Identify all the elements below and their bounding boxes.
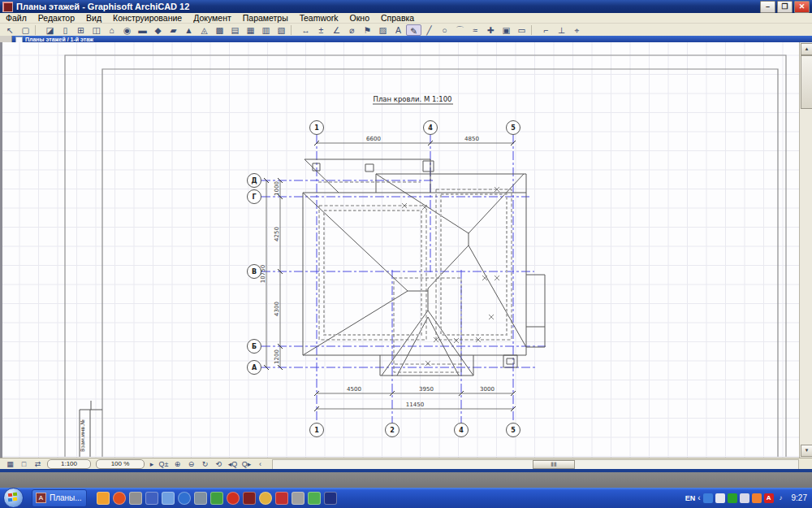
menu-teamwork[interactable]: Teamwork	[294, 13, 344, 23]
zone-tool-icon[interactable]: ◬	[197, 24, 212, 36]
roof-tool-icon[interactable]: ◆	[150, 24, 166, 36]
tray-icon-1[interactable]	[703, 493, 713, 503]
line-tool-icon[interactable]: ╱	[421, 24, 437, 36]
zoom-menu-icon[interactable]: Q±	[157, 459, 171, 469]
dimension-tool-icon[interactable]: ↔	[298, 24, 313, 36]
vertical-scrollbar[interactable]: ▲ ▼	[799, 42, 812, 458]
volume-icon[interactable]: ♪	[776, 493, 786, 503]
zoom-in-icon[interactable]: ⊕	[171, 459, 184, 469]
horizontal-scrollbar[interactable]: ▮▮	[272, 459, 799, 470]
arc-tool-icon[interactable]: ⌒	[452, 24, 468, 36]
circle-tool-icon[interactable]: ○	[437, 24, 452, 36]
menu-help[interactable]: Справка	[375, 13, 420, 23]
drawing-canvas[interactable]	[2, 42, 800, 458]
maximize-button[interactable]: ❐	[777, 1, 793, 13]
door-tool-icon[interactable]: ▯	[58, 24, 73, 36]
hotspot-tool-icon[interactable]: ✚	[483, 24, 499, 36]
object-tool-icon[interactable]: ⌂	[104, 24, 119, 36]
desktop[interactable]	[0, 472, 812, 488]
quicklaunch-icon-1[interactable]	[97, 492, 110, 505]
tray-icon-5[interactable]	[752, 493, 762, 503]
text-tool-icon[interactable]: A	[391, 24, 406, 36]
lamp-tool-icon[interactable]: ◉	[119, 24, 135, 36]
tray-icon-3[interactable]	[728, 493, 737, 503]
wall-tool-icon[interactable]: ◪	[42, 24, 58, 36]
stair-tool-icon[interactable]: ▤	[227, 24, 243, 36]
menu-file[interactable]: Файл	[0, 13, 32, 23]
menu-view[interactable]: Вид	[80, 13, 107, 23]
section-tool-icon[interactable]: ⌐	[538, 24, 554, 36]
menu-design[interactable]: Конструирование	[107, 13, 188, 23]
fill-tool-icon[interactable]: ▨	[375, 24, 391, 36]
taskbar-task-archicad[interactable]: A Планы...	[32, 489, 87, 507]
tray-icon-4[interactable]	[740, 493, 749, 503]
quicklaunch-icon-5[interactable]	[162, 492, 175, 505]
slab-tool-icon[interactable]: ▬	[135, 24, 150, 36]
minimize-button[interactable]: –	[760, 1, 775, 13]
quicklaunch-icon-14[interactable]	[308, 492, 321, 505]
menu-options[interactable]: Параметры	[237, 13, 294, 23]
curtain-wall-tool-icon[interactable]: ▩	[212, 24, 227, 36]
next-zoom-icon[interactable]: Q▸	[240, 459, 253, 469]
quicklaunch-icon-13[interactable]	[292, 492, 304, 505]
quicklaunch-icon-9[interactable]	[227, 492, 240, 505]
drawing-tool-icon[interactable]: ▭	[514, 24, 529, 36]
tray-collapse-icon[interactable]: ‹	[698, 493, 700, 502]
column-tool-icon[interactable]: ▥	[258, 24, 274, 36]
close-button[interactable]: ✕	[794, 1, 810, 13]
arrow-tool-icon[interactable]: ↖	[2, 24, 18, 36]
quicklaunch-icon-2[interactable]	[113, 492, 126, 505]
main-toolbar: ↖ ▢ ◪ ▯ ⊞ ◫ ⌂ ◉ ▬ ◆ ▰ ▲ ◬ ▩ ▤ ▦ ▥ ▧ ↔ ± …	[0, 24, 812, 37]
quicklaunch-icon-11[interactable]	[259, 492, 272, 505]
marquee-tool-icon[interactable]: ▢	[18, 24, 33, 36]
menu-document[interactable]: Документ	[188, 13, 237, 23]
antivirus-tray-icon[interactable]: A	[764, 493, 774, 503]
shell-tool-icon[interactable]: ▰	[166, 24, 181, 36]
orbit-icon[interactable]: ↻	[198, 459, 212, 469]
taskbar-clock[interactable]: 9:27	[792, 493, 807, 502]
figure-tool-icon[interactable]: ▣	[499, 24, 514, 36]
scroll-left-icon[interactable]: ‹	[253, 459, 267, 469]
quicklaunch-icon-3[interactable]	[129, 492, 142, 505]
quicklaunch-icon-4[interactable]	[145, 492, 158, 505]
menu-window[interactable]: Окно	[344, 13, 375, 23]
window-tool-icon[interactable]: ⊞	[73, 24, 89, 36]
tray-icon-2[interactable]	[715, 493, 725, 503]
quicklaunch-icon-7[interactable]	[194, 492, 207, 505]
camera-tool-icon[interactable]: ⌖	[569, 24, 585, 36]
scroll-arrow-icon[interactable]: ▸	[147, 459, 157, 469]
start-button[interactable]	[3, 488, 24, 508]
quicklaunch-icon-15[interactable]	[324, 492, 337, 505]
pan-icon[interactable]: ⇄	[31, 459, 45, 469]
vertical-scroll-thumb[interactable]	[801, 55, 812, 109]
morph-tool-icon[interactable]: ▧	[274, 24, 289, 36]
quicklaunch-icon-8[interactable]	[210, 492, 223, 505]
skylight-tool-icon[interactable]: ◫	[89, 24, 104, 36]
quicklaunch-icon-6[interactable]	[178, 492, 191, 505]
level-dimension-tool-icon[interactable]: ±	[313, 24, 329, 36]
pen-tool-icon[interactable]: ✎	[406, 24, 421, 36]
horizontal-scroll-thumb[interactable]: ▮▮	[533, 460, 575, 469]
menu-edit[interactable]: Редактор	[32, 13, 80, 23]
quicklaunch-icon-12[interactable]	[275, 492, 288, 505]
beam-tool-icon[interactable]: ▦	[243, 24, 258, 36]
quicklaunch-icon-10[interactable]	[243, 492, 256, 505]
scroll-up-icon[interactable]: ▲	[801, 43, 812, 55]
zoom-out-icon[interactable]: ⊖	[184, 459, 198, 469]
scroll-down-icon[interactable]: ▼	[801, 445, 812, 457]
previous-zoom-icon[interactable]: ◂Q	[226, 459, 240, 469]
spline-tool-icon[interactable]: ≈	[468, 24, 483, 36]
quick-options-icon[interactable]: □	[17, 459, 31, 469]
mesh-tool-icon[interactable]: ▲	[181, 24, 197, 36]
child-window-titlebar[interactable]: Планы этажей / 1-й этаж	[0, 36, 812, 42]
zoom-level-selector[interactable]: 100 %	[96, 459, 145, 469]
language-indicator[interactable]: EN	[685, 494, 696, 502]
elevation-tool-icon[interactable]: ⊥	[554, 24, 569, 36]
angle-dimension-tool-icon[interactable]: ∠	[329, 24, 344, 36]
explore-icon[interactable]: ⟲	[212, 459, 226, 469]
radial-dimension-tool-icon[interactable]: ⌀	[344, 24, 360, 36]
pet-palette-icon[interactable]: ▦	[3, 459, 17, 469]
scale-selector[interactable]: 1:100	[47, 459, 91, 469]
toolbar-separator	[291, 25, 296, 35]
label-tool-icon[interactable]: ⚑	[360, 24, 375, 36]
